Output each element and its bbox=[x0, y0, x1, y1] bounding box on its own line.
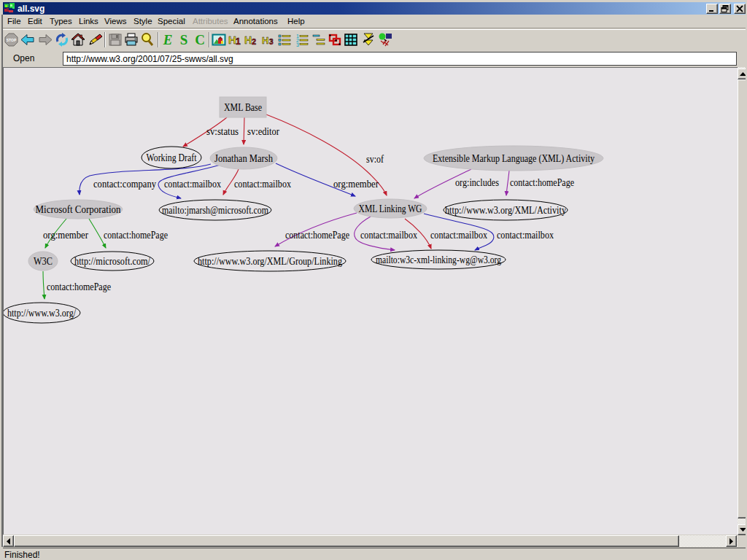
edit-pencil-button[interactable] bbox=[87, 32, 101, 47]
document-canvas[interactable]: XML BaseWorking DraftJonathan MarshExten… bbox=[3, 67, 738, 534]
amaya-window: { "window": { "title": "all.svg" }, "men… bbox=[0, 0, 747, 560]
numbered-list-button[interactable]: 1 2 3 bbox=[295, 32, 309, 47]
link-icon bbox=[328, 32, 342, 47]
minimize-button[interactable] bbox=[706, 4, 718, 14]
graph-node-label-microsoft-corp[interactable]: Microsoft Corporation bbox=[36, 203, 121, 215]
scroll-right-button[interactable] bbox=[726, 535, 737, 547]
annotation-button[interactable] bbox=[378, 32, 392, 47]
menu-edit[interactable]: Edit bbox=[28, 15, 42, 28]
lightning-icon bbox=[361, 32, 376, 47]
save-button[interactable] bbox=[108, 32, 123, 47]
bullet-list-button[interactable] bbox=[277, 32, 292, 47]
graph-node-label-jonathan-marsh[interactable]: Jonathan Marsh bbox=[214, 152, 273, 164]
menu-help[interactable]: Help bbox=[287, 15, 305, 28]
restore-button[interactable] bbox=[719, 4, 731, 14]
restore-icon bbox=[721, 5, 729, 12]
code-button[interactable]: C bbox=[193, 32, 207, 47]
url-input[interactable] bbox=[63, 52, 737, 66]
svg-text:C: C bbox=[195, 32, 205, 47]
reload-icon bbox=[55, 32, 69, 47]
menu-file[interactable]: File bbox=[7, 15, 21, 28]
back-icon bbox=[20, 32, 35, 47]
graph-edge-label: org:member bbox=[43, 229, 88, 241]
graph-edge-label: contact:company bbox=[93, 178, 156, 190]
graph-node-label-working-draft[interactable]: Working Draft bbox=[147, 152, 198, 163]
rdf-graph-svg: XML BaseWorking DraftJonathan MarshExten… bbox=[4, 68, 738, 534]
h1-icon: H1 bbox=[228, 32, 242, 47]
graph-node-label-url-w3org[interactable]: http://www.w3.org/ bbox=[7, 307, 77, 319]
scroll-left-icon bbox=[7, 538, 10, 545]
status-text: Finished! bbox=[4, 550, 40, 560]
graph-edge-label: contact:homePage bbox=[285, 229, 349, 241]
find-icon bbox=[141, 32, 155, 47]
strong-icon: S bbox=[177, 32, 191, 47]
graph-edge-label: contact:homePage bbox=[104, 229, 168, 241]
stop-button[interactable]: STOP bbox=[4, 32, 19, 47]
menu-special[interactable]: Special bbox=[158, 15, 185, 28]
graph-node-label-url-group-linking[interactable]: http://www.w3.org/XML/Group/Linking bbox=[198, 255, 342, 267]
toolbar-separator bbox=[209, 32, 210, 47]
code-icon: C bbox=[193, 32, 207, 47]
graph-node-label-xml-activity-node[interactable]: Extensible Markup Language (XML) Activit… bbox=[433, 152, 595, 165]
graph-edge-label: contact:homePage bbox=[510, 176, 574, 188]
svg-text:2: 2 bbox=[252, 37, 256, 46]
scroll-up-button[interactable] bbox=[738, 69, 747, 79]
app-icon bbox=[4, 3, 15, 14]
scroll-down-button[interactable] bbox=[738, 524, 747, 535]
h3-button[interactable]: H3 bbox=[261, 32, 276, 47]
graph-node-label-w3c[interactable]: W3C bbox=[34, 255, 53, 267]
graph-edge-label: sv:editor bbox=[247, 125, 279, 137]
graph-node-label-xml-base[interactable]: XML Base bbox=[224, 101, 262, 113]
table-icon bbox=[344, 32, 358, 47]
graph-edge-label: contact:mailbox bbox=[234, 178, 291, 190]
h1-button[interactable]: H1 bbox=[228, 32, 242, 47]
status-bar: Finished! bbox=[3, 548, 747, 560]
definition-list-button[interactable] bbox=[311, 32, 326, 47]
emphasis-button[interactable]: E bbox=[160, 32, 175, 47]
script-button[interactable] bbox=[361, 32, 376, 47]
window-title: all.svg bbox=[18, 4, 44, 14]
caption-buttons bbox=[705, 4, 746, 14]
vertical-scrollbar[interactable] bbox=[738, 67, 747, 535]
graph-node-label-url-microsoft[interactable]: http://microsoft.com/ bbox=[74, 255, 151, 267]
menu-links[interactable]: Links bbox=[79, 15, 98, 28]
svg-text:1: 1 bbox=[236, 36, 241, 47]
h2-button[interactable]: H2 bbox=[244, 32, 258, 47]
back-button[interactable] bbox=[20, 32, 35, 47]
link-button[interactable] bbox=[328, 32, 342, 47]
graph-node-label-xml-linking-wg[interactable]: XML Linking WG bbox=[359, 203, 422, 214]
table-button[interactable] bbox=[344, 32, 358, 47]
menu-annotations[interactable]: Annotations bbox=[233, 15, 278, 28]
title-bar: all.svg bbox=[3, 2, 747, 15]
forward-button[interactable] bbox=[38, 32, 53, 47]
graph-edge-label: contact:mailbox bbox=[360, 229, 417, 241]
reload-button[interactable] bbox=[55, 32, 69, 47]
menu-bar: File Edit Types Links Views Style Specia… bbox=[3, 15, 747, 28]
graph-node-label-mailto-jmarsh[interactable]: mailto:jmarsh@microsoft.com bbox=[162, 204, 268, 216]
menu-style[interactable]: Style bbox=[133, 15, 152, 28]
pencil-icon bbox=[87, 32, 103, 47]
graph-node-label-url-xml-activity[interactable]: http://www.w3.org/XML/Activity bbox=[445, 204, 566, 216]
svg-text:H: H bbox=[244, 34, 252, 46]
home-button[interactable] bbox=[71, 32, 85, 47]
horizontal-scrollbar[interactable] bbox=[3, 535, 738, 547]
close-button[interactable] bbox=[734, 4, 746, 14]
print-button[interactable] bbox=[124, 32, 139, 47]
home-icon bbox=[71, 32, 85, 47]
scroll-up-icon bbox=[740, 72, 746, 76]
strong-button[interactable]: S bbox=[177, 32, 191, 47]
close-icon bbox=[735, 5, 744, 12]
graph-node-label-mailto-linking-wg[interactable]: mailto:w3c-xml-linking-wg@w3.org bbox=[376, 254, 501, 265]
graph-edge-label: contact:mailbox bbox=[430, 229, 487, 241]
image-icon bbox=[212, 32, 226, 47]
image-button[interactable] bbox=[212, 32, 226, 47]
menu-types[interactable]: Types bbox=[50, 15, 72, 28]
scroll-left-button[interactable] bbox=[3, 535, 14, 547]
find-button[interactable] bbox=[141, 32, 155, 47]
svg-text:H: H bbox=[262, 35, 268, 46]
vertical-scroll-thumb[interactable] bbox=[738, 79, 747, 518]
horizontal-scroll-thumb[interactable] bbox=[14, 535, 679, 547]
graph-edge-label: org:includes bbox=[455, 176, 499, 188]
menu-views[interactable]: Views bbox=[104, 15, 126, 28]
forward-icon bbox=[38, 32, 53, 47]
